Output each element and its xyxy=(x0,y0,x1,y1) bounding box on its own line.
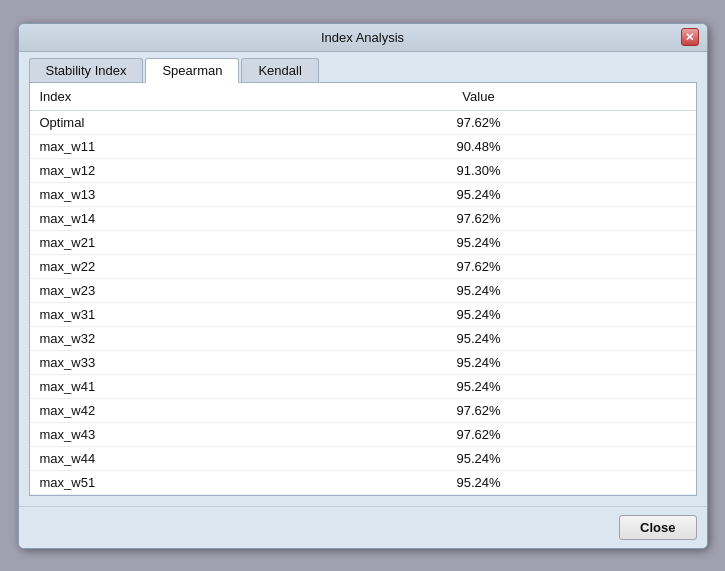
row-value: 95.24% xyxy=(345,350,612,374)
row-value: 97.62% xyxy=(345,254,612,278)
row-value: 97.62% xyxy=(345,422,612,446)
row-value: 95.24% xyxy=(345,278,612,302)
col-header-empty xyxy=(612,83,695,111)
table-row: max_w2395.24% xyxy=(30,278,696,302)
row-empty xyxy=(612,446,695,470)
table-row: max_w1395.24% xyxy=(30,182,696,206)
row-index: max_w33 xyxy=(30,350,345,374)
tabs-container: Stability Index Spearman Kendall xyxy=(19,52,707,82)
row-empty xyxy=(612,206,695,230)
row-empty xyxy=(612,350,695,374)
row-value: 95.24% xyxy=(345,302,612,326)
row-value: 97.62% xyxy=(345,398,612,422)
table-row: max_w1291.30% xyxy=(30,158,696,182)
row-empty xyxy=(612,422,695,446)
row-value: 97.62% xyxy=(345,110,612,134)
col-header-index: Index xyxy=(30,83,345,111)
table-row: Optimal97.62% xyxy=(30,110,696,134)
row-index: max_w51 xyxy=(30,470,345,494)
dialog-title: Index Analysis xyxy=(321,30,404,45)
table-row: max_w4297.62% xyxy=(30,398,696,422)
row-index: max_w23 xyxy=(30,278,345,302)
row-index: max_w21 xyxy=(30,230,345,254)
table-row: max_w5195.24% xyxy=(30,470,696,494)
data-table: Index Value Optimal97.62%max_w1190.48%ma… xyxy=(30,83,696,495)
row-empty xyxy=(612,470,695,494)
table-row: max_w3295.24% xyxy=(30,326,696,350)
table-row: max_w2195.24% xyxy=(30,230,696,254)
row-empty xyxy=(612,158,695,182)
tab-spearman[interactable]: Spearman xyxy=(145,58,239,83)
table-row: max_w3395.24% xyxy=(30,350,696,374)
title-bar: Index Analysis ✕ xyxy=(19,24,707,52)
row-value: 95.24% xyxy=(345,182,612,206)
row-value: 95.24% xyxy=(345,446,612,470)
row-value: 91.30% xyxy=(345,158,612,182)
row-value: 95.24% xyxy=(345,374,612,398)
table-row: max_w4397.62% xyxy=(30,422,696,446)
table-row: max_w2297.62% xyxy=(30,254,696,278)
table-row: max_w1190.48% xyxy=(30,134,696,158)
row-value: 97.62% xyxy=(345,206,612,230)
row-index: max_w42 xyxy=(30,398,345,422)
close-x-button[interactable]: ✕ xyxy=(681,28,699,46)
row-index: max_w41 xyxy=(30,374,345,398)
row-empty xyxy=(612,254,695,278)
bottom-bar: Close xyxy=(19,506,707,548)
row-empty xyxy=(612,398,695,422)
tab-stability[interactable]: Stability Index xyxy=(29,58,144,82)
row-index: max_w32 xyxy=(30,326,345,350)
table-container[interactable]: Index Value Optimal97.62%max_w1190.48%ma… xyxy=(30,83,696,495)
row-empty xyxy=(612,278,695,302)
row-index: Optimal xyxy=(30,110,345,134)
row-empty xyxy=(612,374,695,398)
close-button[interactable]: Close xyxy=(619,515,696,540)
row-empty xyxy=(612,326,695,350)
tab-kendall[interactable]: Kendall xyxy=(241,58,318,82)
row-empty xyxy=(612,230,695,254)
table-row: max_w4495.24% xyxy=(30,446,696,470)
content-area: Index Value Optimal97.62%max_w1190.48%ma… xyxy=(29,82,697,496)
table-row: max_w1497.62% xyxy=(30,206,696,230)
row-value: 95.24% xyxy=(345,230,612,254)
row-index: max_w22 xyxy=(30,254,345,278)
row-index: max_w13 xyxy=(30,182,345,206)
row-index: max_w11 xyxy=(30,134,345,158)
row-index: max_w12 xyxy=(30,158,345,182)
table-row: max_w3195.24% xyxy=(30,302,696,326)
dialog: Index Analysis ✕ Stability Index Spearma… xyxy=(18,23,708,549)
col-header-value: Value xyxy=(345,83,612,111)
row-empty xyxy=(612,110,695,134)
row-index: max_w31 xyxy=(30,302,345,326)
row-value: 95.24% xyxy=(345,470,612,494)
table-row: max_w4195.24% xyxy=(30,374,696,398)
row-empty xyxy=(612,182,695,206)
row-empty xyxy=(612,134,695,158)
row-index: max_w44 xyxy=(30,446,345,470)
row-value: 95.24% xyxy=(345,326,612,350)
row-index: max_w43 xyxy=(30,422,345,446)
row-value: 90.48% xyxy=(345,134,612,158)
row-index: max_w14 xyxy=(30,206,345,230)
row-empty xyxy=(612,302,695,326)
